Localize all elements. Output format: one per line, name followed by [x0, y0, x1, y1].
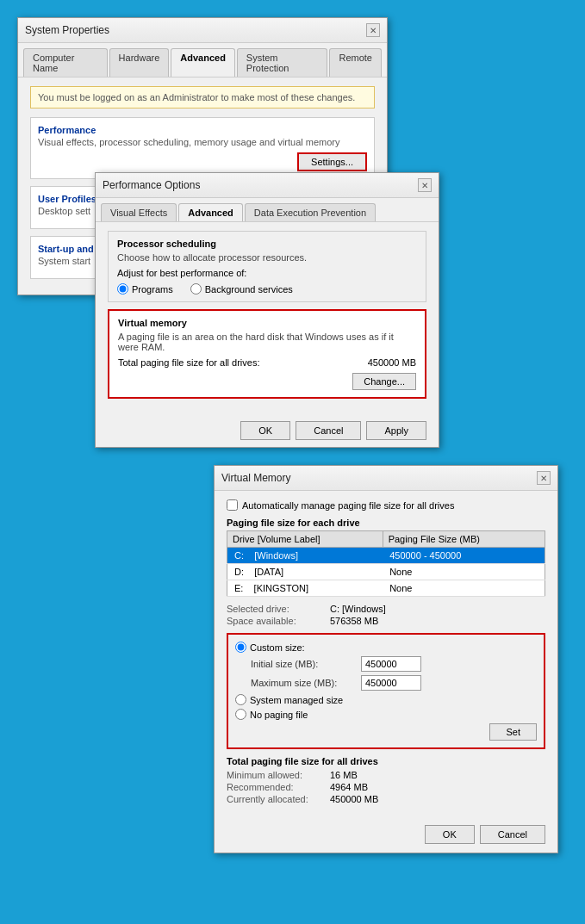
drive-e-size: None	[383, 580, 545, 597]
virtual-memory-window-title: Virtual Memory	[221, 472, 290, 484]
virtual-memory-titlebar: Virtual Memory ✕	[215, 466, 557, 491]
drive-d-size: None	[383, 564, 545, 580]
auto-manage-row: Automatically manage paging file size fo…	[227, 499, 545, 511]
max-size-input[interactable]	[361, 675, 421, 691]
min-allowed-row: Minimum allowed: 16 MB	[227, 770, 545, 780]
table-row[interactable]: C: [Windows] 450000 - 450000	[227, 548, 545, 564]
drive-e-name: E: [KINGSTON]	[227, 580, 383, 597]
virtual-memory-total-value: 450000 MB	[368, 357, 416, 368]
set-button[interactable]: Set	[489, 723, 537, 741]
custom-size-radio[interactable]	[235, 642, 246, 653]
system-properties-title: System Properties	[25, 24, 109, 36]
custom-size-label: Custom size:	[250, 642, 305, 653]
vm-ok-button[interactable]: OK	[425, 825, 475, 844]
system-managed-radio[interactable]	[235, 694, 246, 705]
drive-table-header-size: Paging File Size (MB)	[383, 531, 545, 548]
system-properties-close-button[interactable]: ✕	[366, 23, 380, 37]
virtual-memory-window: Virtual Memory ✕ Automatically manage pa…	[214, 465, 558, 853]
perf-ok-button[interactable]: OK	[240, 421, 290, 440]
initial-size-input[interactable]	[361, 656, 421, 672]
processor-scheduling-label: Adjust for best performance of:	[117, 268, 417, 278]
virtual-memory-total-label: Total paging file size for all drives:	[118, 357, 259, 368]
admin-info-bar: You must be logged on as an Administrato…	[30, 86, 375, 109]
perf-cancel-button[interactable]: Cancel	[296, 421, 361, 440]
processor-radio-row: Programs Background services	[117, 283, 417, 295]
performance-options-buttons: OK Cancel Apply	[96, 414, 439, 447]
space-available-label: Space available:	[227, 616, 321, 626]
virtual-memory-close-button[interactable]: ✕	[537, 471, 551, 485]
virtual-memory-group: Virtual memory A paging file is an area …	[108, 309, 426, 399]
tab-visual-effects[interactable]: Visual Effects	[101, 203, 177, 221]
virtual-memory-total-row: Total paging file size for all drives: 4…	[118, 357, 416, 368]
performance-desc: Visual effects, processor scheduling, me…	[38, 137, 367, 147]
programs-radio-text: Programs	[132, 284, 173, 295]
recommended-row: Recommended: 4964 MB	[227, 782, 545, 792]
no-paging-radio-row: No paging file	[235, 709, 537, 720]
virtual-memory-buttons: OK Cancel	[215, 820, 557, 853]
custom-size-box: Custom size: Initial size (MB): Maximum …	[227, 633, 545, 749]
tab-advanced[interactable]: Advanced	[171, 48, 235, 77]
no-paging-label: No paging file	[250, 710, 308, 720]
paging-label: Paging file size for each drive	[227, 518, 545, 528]
recommended-label: Recommended:	[227, 782, 321, 792]
table-row[interactable]: D: [DATA] None	[227, 564, 545, 580]
min-allowed-label: Minimum allowed:	[227, 770, 321, 780]
total-paging-section: Total paging file size for all drives Mi…	[227, 756, 545, 804]
programs-radio[interactable]	[117, 283, 128, 295]
system-properties-tabs: Computer Name Hardware Advanced System P…	[18, 43, 387, 78]
change-button[interactable]: Change...	[352, 373, 416, 390]
programs-radio-label[interactable]: Programs	[117, 283, 173, 295]
performance-options-titlebar: Performance Options ✕	[96, 173, 439, 198]
initial-size-row: Initial size (MB):	[251, 656, 537, 672]
performance-options-title: Performance Options	[103, 179, 200, 191]
table-row[interactable]: E: [KINGSTON] None	[227, 580, 545, 597]
max-size-row: Maximum size (MB):	[251, 675, 537, 691]
currently-allocated-value: 450000 MB	[330, 794, 378, 804]
background-services-radio[interactable]	[190, 283, 202, 295]
auto-manage-label: Automatically manage paging file size fo…	[242, 500, 454, 511]
tab-advanced-perf[interactable]: Advanced	[178, 203, 243, 221]
performance-settings-button[interactable]: Settings...	[297, 152, 367, 171]
drive-table-header-drive: Drive [Volume Label]	[227, 531, 383, 548]
performance-options-close-button[interactable]: ✕	[418, 178, 432, 192]
no-paging-radio[interactable]	[235, 709, 246, 720]
space-available-value: 576358 MB	[330, 616, 378, 626]
selected-drive-info: Selected drive: C: [Windows] Space avail…	[227, 604, 545, 626]
vm-cancel-button[interactable]: Cancel	[480, 825, 545, 844]
currently-allocated-label: Currently allocated:	[227, 794, 321, 804]
virtual-memory-content: Automatically manage paging file size fo…	[215, 491, 557, 820]
processor-scheduling-title: Processor scheduling	[117, 239, 417, 249]
system-managed-label: System managed size	[250, 695, 343, 705]
admin-info-text: You must be logged on as an Administrato…	[38, 92, 355, 102]
processor-scheduling-group: Processor scheduling Choose how to alloc…	[108, 231, 426, 302]
selected-drive-row: Selected drive: C: [Windows]	[227, 604, 545, 614]
drive-c-size: 450000 - 450000	[383, 548, 545, 564]
background-services-radio-text: Background services	[205, 284, 293, 295]
tab-dep[interactable]: Data Execution Prevention	[245, 203, 376, 221]
performance-section: Performance Visual effects, processor sc…	[30, 117, 375, 179]
space-available-row: Space available: 576358 MB	[227, 616, 545, 626]
processor-scheduling-desc: Choose how to allocate processor resourc…	[117, 252, 417, 263]
initial-size-label: Initial size (MB):	[251, 659, 354, 669]
virtual-memory-desc: A paging file is an area on the hard dis…	[118, 332, 416, 352]
tab-remote[interactable]: Remote	[329, 48, 382, 77]
performance-title: Performance	[38, 125, 367, 135]
currently-allocated-row: Currently allocated: 450000 MB	[227, 794, 545, 804]
virtual-memory-title: Virtual memory	[118, 318, 416, 328]
custom-size-radio-row: Custom size:	[235, 642, 537, 653]
tab-computer-name[interactable]: Computer Name	[23, 48, 108, 77]
background-services-radio-label[interactable]: Background services	[190, 283, 293, 295]
auto-manage-checkbox[interactable]	[227, 499, 238, 511]
perf-apply-button[interactable]: Apply	[366, 421, 426, 440]
max-size-label: Maximum size (MB):	[251, 678, 354, 688]
tab-system-protection[interactable]: System Protection	[237, 48, 328, 77]
selected-drive-label: Selected drive:	[227, 604, 321, 614]
drive-table: Drive [Volume Label] Paging File Size (M…	[227, 530, 545, 597]
performance-options-window: Performance Options ✕ Visual Effects Adv…	[95, 172, 439, 448]
paging-section: Paging file size for each drive Drive [V…	[227, 518, 545, 597]
tab-hardware[interactable]: Hardware	[109, 48, 170, 77]
drive-c-name: C: [Windows]	[227, 548, 383, 564]
drive-d-name: D: [DATA]	[227, 564, 383, 580]
performance-options-content: Processor scheduling Choose how to alloc…	[96, 222, 439, 414]
recommended-value: 4964 MB	[330, 782, 368, 792]
